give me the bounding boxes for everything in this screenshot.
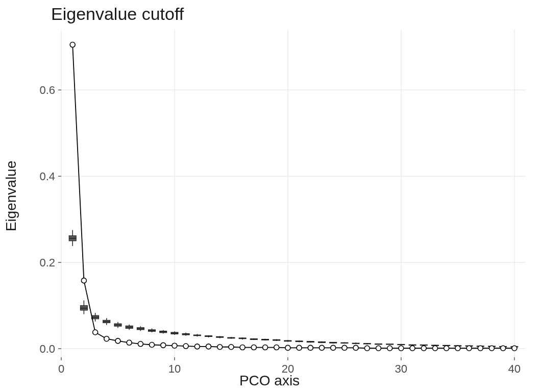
- data-point: [297, 345, 302, 350]
- data-point: [501, 346, 506, 351]
- data-point: [410, 346, 415, 351]
- data-point: [104, 336, 109, 341]
- data-point: [512, 346, 517, 351]
- data-point: [70, 42, 75, 47]
- data-point: [217, 345, 223, 350]
- chart-svg: 0102030400.00.20.40.6: [0, 0, 539, 392]
- x-tick-label: 40: [508, 362, 521, 375]
- data-point: [172, 343, 177, 348]
- data-point: [161, 342, 166, 348]
- data-point: [274, 345, 279, 350]
- data-point: [251, 345, 256, 350]
- data-point: [364, 346, 370, 351]
- data-point: [432, 346, 437, 351]
- data-point: [127, 340, 132, 345]
- data-point: [319, 345, 324, 350]
- data-point: [455, 346, 460, 351]
- data-point: [331, 345, 336, 350]
- data-point: [138, 341, 143, 347]
- data-point: [421, 346, 426, 351]
- data-point: [93, 330, 98, 335]
- data-point: [206, 344, 211, 349]
- y-tick-label: 0.2: [39, 256, 55, 269]
- data-point: [81, 278, 86, 283]
- data-point: [194, 344, 200, 349]
- data-point: [353, 345, 358, 350]
- x-tick-label: 10: [168, 362, 181, 375]
- data-point: [387, 346, 393, 351]
- data-point: [342, 345, 347, 350]
- data-point: [467, 346, 472, 351]
- data-point: [285, 345, 290, 350]
- data-point: [229, 345, 234, 350]
- data-point: [150, 342, 155, 348]
- x-tick-label: 30: [395, 362, 407, 375]
- data-point: [444, 346, 449, 351]
- data-point: [115, 338, 120, 344]
- x-tick-label: 20: [282, 362, 294, 375]
- data-point: [308, 345, 313, 350]
- data-point: [263, 345, 268, 350]
- data-point: [399, 346, 404, 351]
- y-tick-label: 0.0: [39, 342, 55, 355]
- data-point: [376, 346, 381, 351]
- y-tick-label: 0.6: [39, 84, 55, 96]
- data-point: [489, 346, 494, 351]
- data-point: [183, 344, 188, 349]
- data-point: [478, 346, 483, 351]
- y-tick-label: 0.4: [39, 170, 55, 183]
- x-tick-label: 0: [58, 362, 64, 375]
- data-point: [240, 345, 245, 350]
- chart-container: Eigenvalue cutoff Eigenvalue PCO axis 01…: [0, 0, 539, 392]
- plot-panel: [61, 30, 526, 357]
